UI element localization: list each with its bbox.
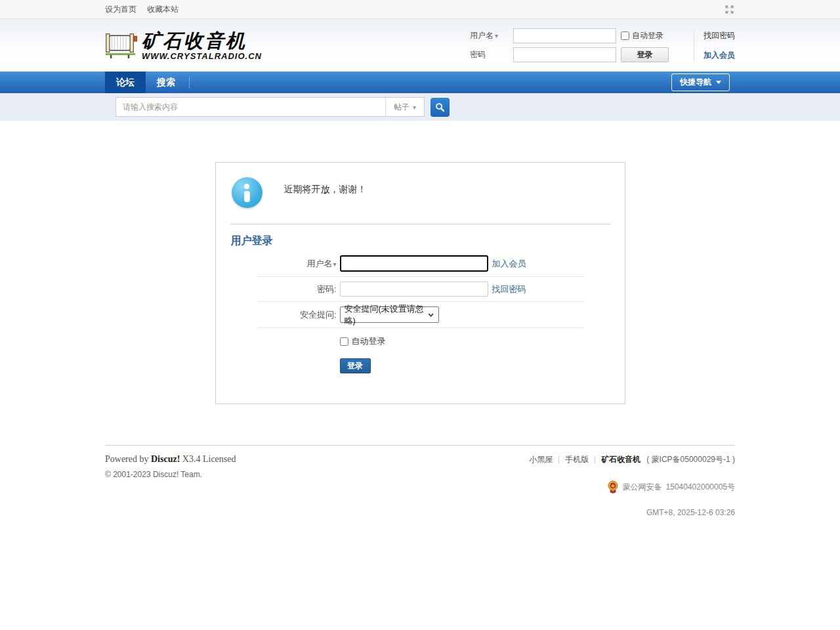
password-label: 密码:	[257, 284, 340, 295]
username-row: 用户名▾ 加入会员	[257, 251, 583, 277]
icp-number: ( 蒙ICP备05000029号-1 )	[646, 454, 735, 465]
autologin-row: 自动登录	[257, 328, 583, 351]
security-record-number[interactable]: 15040402000005号	[666, 482, 735, 493]
nav-tab-search[interactable]: 搜索	[146, 72, 186, 93]
search-bar: 帖子 ▾	[0, 93, 840, 121]
password-input[interactable]	[340, 282, 488, 297]
info-icon	[232, 177, 262, 208]
join-member-link[interactable]: 加入会员	[492, 258, 526, 270]
quick-nav-label: 快捷导航	[680, 77, 711, 88]
username-type-caret-icon[interactable]: ▾	[495, 32, 498, 39]
licensed-link[interactable]: Licensed	[203, 454, 236, 464]
header-autologin-label[interactable]: 自动登录	[632, 30, 663, 41]
submit-row: 登录	[257, 351, 583, 404]
chevron-down-icon	[716, 81, 721, 84]
notice-block: 近期将开放，谢谢！	[216, 163, 625, 212]
login-panel: 近期将开放，谢谢！ 用户登录 用户名▾ 加入会员 密码: 找回密码 安全提问: …	[215, 162, 625, 404]
footer-links: 小黑屋 手机版 矿石收音机 ( 蒙ICP备05000029号-1 )	[529, 454, 735, 465]
site-url: WWW.CRYSTALRADIO.CN	[142, 51, 262, 61]
username-input[interactable]	[340, 255, 488, 272]
header-login-form: 用户名▾ 自动登录 密码 登录 找回密码 加入会员	[470, 28, 735, 63]
public-security-record: 蒙公网安备 15040402000005号	[529, 480, 735, 494]
search-box: 帖子 ▾	[116, 97, 425, 117]
chevron-down-icon: ▾	[413, 104, 416, 111]
site-header: 矿石收音机 WWW.CRYSTALRADIO.CN 用户名▾ 自动登录 密码	[0, 19, 840, 72]
login-submit-button[interactable]: 登录	[340, 358, 371, 373]
site-name-link[interactable]: 矿石收音机	[601, 454, 640, 465]
site-title: 矿石收音机	[142, 31, 262, 51]
search-submit-button[interactable]	[430, 98, 450, 117]
chevron-down-icon	[428, 312, 434, 318]
search-input[interactable]	[116, 98, 385, 116]
notice-message: 近期将开放，谢谢！	[284, 184, 367, 196]
header-password-row: 密码 登录	[470, 47, 688, 63]
password-row: 密码: 找回密码	[257, 277, 583, 302]
bookmark-site-link[interactable]: 收藏本站	[147, 4, 178, 15]
header-password-label: 密码	[470, 49, 513, 60]
security-record-label[interactable]: 蒙公网安备	[623, 482, 662, 493]
autologin-checkbox[interactable]	[340, 337, 348, 346]
header-login-links: 找回密码 加入会员	[694, 30, 735, 61]
security-question-label: 安全提问:	[257, 309, 340, 321]
discuz-link[interactable]: Discuz!	[151, 454, 180, 464]
top-utility-bar: 设为首页 收藏本站	[0, 0, 840, 19]
header-username-input[interactable]	[513, 28, 616, 43]
main-content: 近期将开放，谢谢！ 用户登录 用户名▾ 加入会员 密码: 找回密码 安全提问: …	[0, 121, 840, 445]
timezone-timestamp: GMT+8, 2025-12-6 03:26	[529, 508, 735, 517]
mobile-version-link[interactable]: 手机版	[565, 454, 589, 465]
header-password-input[interactable]	[513, 47, 616, 62]
security-question-select[interactable]: 安全提问(未设置请忽略)	[340, 306, 439, 323]
nav-tab-forum[interactable]: 论坛	[105, 72, 146, 93]
lost-password-link[interactable]: 找回密码	[492, 284, 526, 295]
search-scope-dropdown[interactable]: 帖子 ▾	[385, 98, 424, 116]
darkroom-link[interactable]: 小黑屋	[529, 454, 553, 465]
footer: Powered by Discuz! X3.4 Licensed © 2001-…	[105, 445, 735, 517]
quick-nav-button[interactable]: 快捷导航	[671, 74, 730, 91]
powered-by-line: Powered by Discuz! X3.4 Licensed	[105, 454, 236, 465]
join-member-link[interactable]: 加入会员	[704, 50, 735, 61]
security-question-row: 安全提问: 安全提问(未设置请忽略)	[257, 302, 583, 328]
header-autologin-checkbox[interactable]	[621, 32, 629, 40]
lost-password-link[interactable]: 找回密码	[704, 30, 735, 41]
police-badge-icon	[607, 480, 619, 494]
nav-divider	[189, 77, 190, 89]
username-label: 用户名▾	[257, 258, 340, 270]
switch-wide-narrow-icon[interactable]	[724, 4, 735, 15]
header-username-row: 用户名▾ 自动登录	[470, 28, 688, 44]
header-username-label: 用户名▾	[470, 30, 513, 41]
copyright-line: © 2001-2023 Discuz! Team.	[105, 470, 236, 479]
search-icon	[435, 102, 445, 112]
security-question-value: 安全提问(未设置请忽略)	[345, 303, 429, 327]
search-scope-value: 帖子	[394, 102, 410, 113]
crystal-radio-logo-icon	[105, 30, 139, 61]
site-logo[interactable]: 矿石收音机 WWW.CRYSTALRADIO.CN	[105, 30, 262, 61]
logo-text: 矿石收音机 WWW.CRYSTALRADIO.CN	[142, 31, 262, 61]
panel-divider	[230, 224, 610, 224]
login-form-title: 用户登录	[231, 234, 625, 248]
autologin-label[interactable]: 自动登录	[352, 335, 386, 347]
username-type-caret-icon[interactable]: ▾	[333, 261, 336, 268]
main-navbar: 论坛 搜索 快捷导航	[0, 72, 840, 93]
header-login-button[interactable]: 登录	[621, 47, 669, 62]
set-homepage-link[interactable]: 设为首页	[105, 4, 136, 15]
